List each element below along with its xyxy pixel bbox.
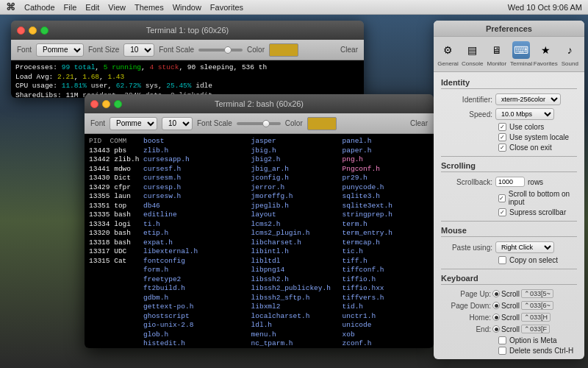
menu-edit[interactable]: Edit (85, 3, 99, 12)
option-meta-row: Option is Meta (441, 336, 577, 344)
delete-ctrl-h-checkbox[interactable] (498, 347, 506, 355)
menu-themes[interactable]: Themes (135, 3, 164, 12)
tab-terminal-label: Terminal (510, 60, 532, 67)
page-up-key-badge: ⌃033[5~ (521, 289, 553, 298)
close-button-1[interactable] (17, 26, 25, 35)
maximize-button-1[interactable] (40, 26, 49, 35)
prefs-tabs: ⚙ General ▤ Console 🖥 Monitor ⌨ Terminal… (434, 37, 584, 72)
minimize-button-1[interactable] (29, 26, 37, 35)
font-size-select-2[interactable]: 10 (162, 117, 193, 130)
end-key-badge: ⌃033[F (521, 325, 550, 333)
home-radio-scroll[interactable] (492, 314, 500, 321)
scroll-on-input-row: Scroll to bottom on input (441, 190, 577, 206)
rows-label: rows (528, 178, 543, 186)
term1-line-3: CPU usage: 11.81% user, 62.72% sys, 25.4… (15, 82, 359, 91)
terminal1-toolbar: Font Pomme Font Size 10 Font Scale Color… (11, 40, 364, 60)
close-on-exit-row: Close on exit (441, 144, 577, 152)
speed-label: Speed: (441, 110, 492, 118)
color-label-1: Color (247, 46, 265, 54)
suppress-scrollbar-checkbox[interactable] (498, 208, 506, 216)
page-up-radio-scroll[interactable] (492, 290, 500, 297)
copy-on-select-checkbox[interactable] (498, 256, 506, 264)
tab-console[interactable]: ▤ Console (462, 41, 483, 67)
scrollback-input[interactable] (495, 177, 525, 187)
pid-column: PID COMM 13443 pbs 13442 zlib.h 13441 md… (89, 137, 140, 348)
use-colors-label: Use colors (509, 123, 544, 131)
page-down-radio-scroll[interactable] (492, 302, 500, 309)
identifier-row: Identifier: xterm-256color (441, 93, 577, 105)
traffic-lights-1 (17, 26, 49, 35)
delete-ctrl-h-label: Delete sends Ctrl-H (509, 347, 573, 355)
scrolling-section: Scrolling (441, 161, 577, 172)
term1-line-1: Processes: 99 total, 5 running, 4 stuck,… (15, 63, 359, 73)
home-label: Home: (441, 314, 491, 322)
sound-icon: ♪ (561, 41, 578, 59)
page-up-row: Page Up: Scroll ⌃033[5~ (441, 289, 577, 298)
scrollback-label: Scrollback: (441, 178, 492, 186)
terminal-window-2: Terminal 2: bash (60x26) Font Pomme 10 F… (85, 94, 434, 348)
end-row: End: Scroll ⌃033[F (441, 325, 577, 333)
menubar: ⌘ Cathode File Edit View Themes Window F… (0, 0, 588, 15)
menubar-clock: Wed 10 Oct 9:06 AM (508, 3, 582, 12)
file-column-2: jasper jbig.h jbig2.h jbig_ar.h jconfig.… (251, 137, 340, 348)
menu-favorites[interactable]: Favorites (210, 3, 243, 12)
paste-row: Paste using: Right Click (441, 241, 577, 253)
tab-monitor[interactable]: 🖥 Monitor (487, 41, 507, 67)
minimize-button-2[interactable] (102, 100, 110, 108)
font-scale-slider-1[interactable] (198, 49, 243, 52)
maximize-button-2[interactable] (114, 100, 122, 108)
copy-on-select-label: Copy on select (509, 256, 558, 264)
traffic-lights-2 (90, 100, 122, 108)
option-meta-checkbox[interactable] (498, 336, 506, 344)
menu-file[interactable]: File (64, 3, 77, 12)
keyboard-section: Keyboard (441, 274, 577, 285)
color-picker-2[interactable] (307, 117, 337, 130)
suppress-scrollbar-row: Supress scrollbar (441, 208, 577, 216)
suppress-scrollbar-label: Supress scrollbar (509, 208, 566, 216)
font-label-2: Font (90, 119, 105, 127)
font-label: Font (17, 46, 32, 54)
close-on-exit-label: Close on exit (509, 144, 552, 152)
use-locale-checkbox[interactable] (498, 133, 506, 141)
tab-monitor-label: Monitor (487, 60, 507, 67)
terminal1-body: Processes: 99 total, 5 running, 4 stuck,… (11, 60, 364, 98)
monitor-icon: 🖥 (488, 41, 506, 59)
menu-cathode[interactable]: Cathode (24, 3, 55, 12)
font-select-2[interactable]: Pomme (110, 117, 157, 130)
clear-button-2[interactable]: Clear (410, 119, 428, 127)
tab-terminal[interactable]: ⌨ Terminal (511, 41, 531, 67)
terminal2-body[interactable]: PID COMM 13443 pbs 13442 zlib.h 13441 md… (85, 134, 434, 348)
paste-label: Paste using: (441, 244, 492, 252)
apple-menu[interactable]: ⌘ (6, 1, 15, 13)
identifier-select[interactable]: xterm-256color (495, 93, 561, 105)
font-select-1[interactable]: Pomme (36, 43, 84, 57)
end-scroll-label: Scroll (501, 325, 520, 333)
tab-console-label: Console (462, 60, 483, 67)
tab-sound-label: Sound (562, 60, 578, 67)
tab-favorites[interactable]: ★ Favorites (535, 41, 556, 67)
color-picker-1[interactable] (269, 43, 298, 57)
scroll-on-input-checkbox[interactable] (498, 194, 506, 202)
divider-3 (441, 269, 577, 269)
close-on-exit-checkbox[interactable] (498, 144, 506, 152)
paste-select[interactable]: Right Click (495, 241, 554, 253)
font-scale-slider-2[interactable] (237, 122, 281, 125)
end-radio-scroll[interactable] (492, 325, 500, 333)
tab-sound[interactable]: ♪ Sound (559, 41, 580, 67)
speed-row: Speed: 10.0 Mbps (441, 108, 577, 120)
terminal-window-1: Terminal 1: top (60x26) Font Pomme Font … (11, 21, 364, 98)
menu-window[interactable]: Window (173, 3, 201, 12)
font-scale-label-2: Font Scale (197, 119, 232, 127)
page-down-row: Page Down: Scroll ⌃033[6~ (441, 301, 577, 310)
tab-general[interactable]: ⚙ General (438, 41, 459, 67)
close-button-2[interactable] (90, 100, 98, 108)
terminal-icon: ⌨ (512, 41, 530, 59)
clear-button-1[interactable]: Clear (340, 46, 358, 54)
prefs-body: Identity Identifier: xterm-256color Spee… (434, 72, 584, 359)
identifier-label: Identifier: (441, 96, 492, 104)
use-colors-checkbox[interactable] (498, 123, 506, 131)
menu-view[interactable]: View (108, 3, 126, 12)
identity-section: Identity (441, 78, 577, 89)
font-size-select-1[interactable]: 10 (123, 43, 154, 57)
speed-select[interactable]: 10.0 Mbps (495, 108, 554, 120)
